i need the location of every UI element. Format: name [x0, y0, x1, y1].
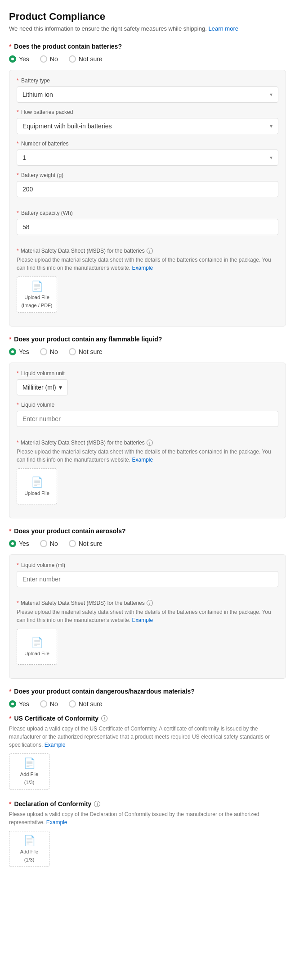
liquid-volume-field: * Liquid volume [17, 402, 278, 433]
aerosols-upload-box[interactable]: 📄 Upload File [17, 629, 57, 665]
batteries-upload-label: Upload File [24, 294, 49, 300]
hazardous-notsure-radio-indicator [69, 700, 76, 708]
batteries-yes-radio-indicator [9, 55, 16, 63]
liquid-volume-label: * Liquid volume [17, 402, 278, 408]
liquid-unit-chevron-icon: ▾ [59, 384, 62, 391]
page-title: Product Compliance [9, 11, 286, 23]
declaration-conformity-label: * Declaration of Conformity i [9, 800, 286, 808]
flammable-radio-group: Yes No Not sure [9, 348, 286, 355]
us-conformity-example-link[interactable]: Example [45, 742, 66, 748]
declaration-conformity-desc: Please upload a valid copy of the Declar… [9, 810, 286, 826]
hazardous-section: * Does your product contain dangerous/ha… [9, 688, 286, 867]
declaration-conformity-info-icon[interactable]: i [94, 801, 100, 807]
batteries-notsure-radio-indicator [69, 55, 76, 63]
us-conformity-desc: Please upload a valid copy of the US Cer… [9, 725, 286, 749]
number-batteries-label: * Number of batteries [17, 141, 278, 147]
flammable-upload-box[interactable]: 📄 Upload File [17, 468, 57, 504]
batteries-question: * Does the product contain batteries? [9, 43, 286, 50]
number-batteries-field: * Number of batteries 1 ▾ [17, 141, 278, 166]
declaration-conformity-file-icon: 📄 [23, 835, 36, 847]
hazardous-question: * Does your product contain dangerous/ha… [9, 688, 286, 695]
aerosols-liquid-volume-label: * Liquid volume (ml) [17, 562, 278, 568]
battery-capacity-label: * Battery capacity (Wh) [17, 210, 278, 216]
aerosols-no-radio-indicator [40, 540, 47, 547]
learn-more-link[interactable]: Learn more [208, 25, 238, 32]
flammable-notsure-radio-indicator [69, 348, 76, 355]
batteries-msds-desc: Please upload the material safety data s… [17, 256, 278, 272]
flammable-msds-info-icon[interactable]: i [147, 440, 153, 446]
declaration-conformity-add-label: Add File [20, 848, 38, 855]
batteries-upload-subtext: (Image / PDF) [21, 302, 52, 309]
number-batteries-select[interactable]: 1 ▾ [17, 150, 278, 166]
batteries-no-radio-indicator [40, 55, 47, 63]
flammable-msds-label: * Material Safety Data Sheet (MSDS) for … [17, 440, 278, 446]
batteries-msds-label: * Material Safety Data Sheet (MSDS) for … [17, 248, 278, 254]
batteries-packed-label: * How batteries packed [17, 109, 278, 115]
flammable-yes-radio[interactable]: Yes [9, 348, 29, 355]
batteries-no-radio[interactable]: No [40, 55, 58, 63]
flammable-msds-field: * Material Safety Data Sheet (MSDS) for … [17, 440, 278, 504]
liquid-unit-label: * Liquid volumn unit [17, 370, 278, 377]
aerosols-no-radio[interactable]: No [40, 540, 58, 547]
batteries-msds-field: * Material Safety Data Sheet (MSDS) for … [17, 248, 278, 313]
batteries-packed-field: * How batteries packed Equipment with bu… [17, 109, 278, 134]
batteries-msds-info-icon[interactable]: i [147, 248, 153, 254]
hazardous-no-radio[interactable]: No [40, 700, 58, 708]
batteries-msds-example-link[interactable]: Example [132, 265, 153, 271]
us-conformity-add-file-box[interactable]: 📄 Add File (1/3) [9, 753, 49, 789]
aerosols-upload-label: Upload File [24, 650, 49, 657]
aerosols-liquid-volume-field: * Liquid volume (ml) [17, 562, 278, 594]
flammable-notsure-radio[interactable]: Not sure [69, 348, 103, 355]
battery-type-chevron-icon: ▾ [270, 91, 273, 98]
page-subtitle: We need this information to ensure the r… [9, 25, 286, 32]
us-conformity-file-icon: 📄 [23, 758, 36, 769]
aerosols-msds-desc: Please upload the material safety data s… [17, 608, 278, 624]
us-conformity-field: * US Certificate of Conformity i Please … [9, 715, 286, 789]
batteries-packed-chevron-icon: ▾ [270, 123, 273, 129]
aerosols-question: * Does your product contain aerosols? [9, 527, 286, 535]
flammable-upload-icon: 📄 [31, 476, 43, 488]
flammable-yes-radio-indicator [9, 348, 16, 355]
aerosols-msds-example-link[interactable]: Example [132, 617, 153, 623]
hazardous-radio-group: Yes No Not sure [9, 700, 286, 708]
battery-weight-label: * Battery weight (g) [17, 172, 278, 178]
aerosols-msds-field: * Material Safety Data Sheet (MSDS) for … [17, 600, 278, 665]
aerosols-upload-icon: 📄 [31, 637, 43, 649]
hazardous-notsure-radio[interactable]: Not sure [69, 700, 103, 708]
batteries-notsure-radio[interactable]: Not sure [69, 55, 103, 63]
aerosols-liquid-volume-input[interactable] [17, 571, 278, 587]
aerosols-yes-radio-indicator [9, 540, 16, 547]
flammable-msds-example-link[interactable]: Example [132, 457, 153, 463]
battery-weight-field: * Battery weight (g) [17, 172, 278, 204]
aerosols-yes-radio[interactable]: Yes [9, 540, 29, 547]
batteries-upload-box[interactable]: 📄 Upload File (Image / PDF) [17, 277, 57, 313]
aerosols-msds-info-icon[interactable]: i [147, 600, 153, 606]
declaration-conformity-add-file-box[interactable]: 📄 Add File (1/3) [9, 831, 49, 867]
battery-type-select[interactable]: Lithium ion ▾ [17, 86, 278, 103]
aerosols-notsure-radio-indicator [69, 540, 76, 547]
battery-capacity-field: * Battery capacity (Wh) [17, 210, 278, 241]
aerosols-notsure-radio[interactable]: Not sure [69, 540, 103, 547]
flammable-no-radio[interactable]: No [40, 348, 58, 355]
aerosols-inner-box: * Liquid volume (ml) * Material Safety D… [9, 554, 286, 679]
liquid-volume-input[interactable] [17, 411, 278, 427]
declaration-conformity-add-subtext: (1/3) [24, 857, 35, 863]
flammable-upload-label: Upload File [24, 490, 49, 496]
batteries-upload-icon: 📄 [31, 281, 43, 292]
flammable-msds-desc: Please upload the material safety data s… [17, 448, 278, 464]
battery-weight-input[interactable] [17, 181, 278, 197]
number-batteries-chevron-icon: ▾ [270, 154, 273, 161]
battery-type-label: * Battery type [17, 77, 278, 84]
batteries-yes-radio[interactable]: Yes [9, 55, 29, 63]
us-conformity-info-icon[interactable]: i [101, 715, 107, 721]
battery-type-field: * Battery type Lithium ion ▾ [17, 77, 278, 103]
battery-capacity-input[interactable] [17, 219, 278, 235]
hazardous-yes-radio[interactable]: Yes [9, 700, 29, 708]
us-conformity-add-subtext: (1/3) [24, 779, 35, 785]
liquid-unit-field: * Liquid volumn unit Milliliter (ml) ▾ [17, 370, 278, 395]
batteries-inner-box: * Battery type Lithium ion ▾ * How batte… [9, 70, 286, 327]
hazardous-yes-radio-indicator [9, 700, 16, 708]
liquid-unit-select[interactable]: Milliliter (ml) ▾ [17, 379, 68, 395]
batteries-packed-select[interactable]: Equipment with built-in batteries ▾ [17, 118, 278, 134]
declaration-conformity-example-link[interactable]: Example [46, 819, 67, 826]
